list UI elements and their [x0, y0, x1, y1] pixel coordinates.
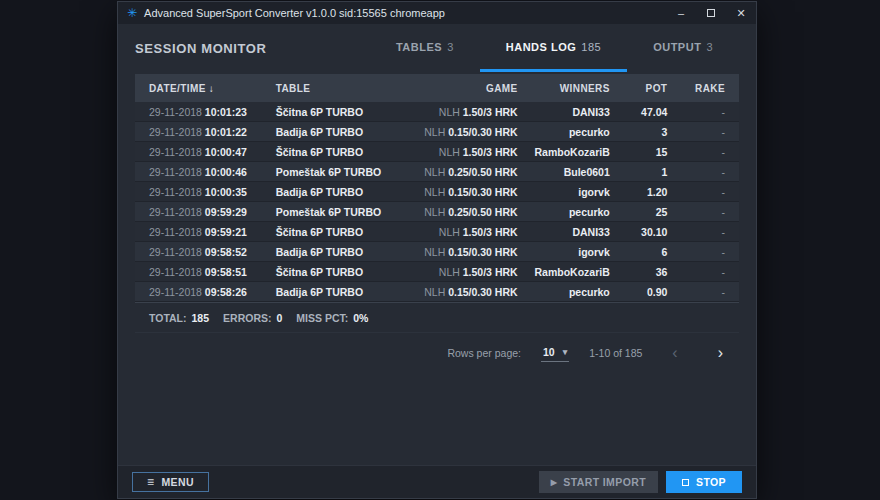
- cell-winner: igorvk: [518, 186, 610, 198]
- column-header-rake[interactable]: RAKE: [667, 83, 725, 94]
- cell-table: Badija 6P TURBO: [276, 246, 403, 258]
- row-time: 10:00:46: [205, 166, 247, 178]
- table-row[interactable]: 29-11-2018 10:00:46 Pomeštak 6P TURBO NL…: [135, 162, 739, 182]
- table-row[interactable]: 29-11-2018 09:58:51 Ščitna 6P TURBO NLH …: [135, 262, 739, 282]
- cell-table: Ščitna 6P TURBO: [276, 266, 403, 278]
- cell-datetime: 29-11-2018 10:01:22: [149, 126, 276, 138]
- rows-per-page-label: Rows per page:: [447, 347, 521, 359]
- row-time: 10:00:35: [205, 186, 247, 198]
- row-stakes: 0.25/0.50 HRK: [448, 166, 517, 178]
- hamburger-icon: ≡: [147, 476, 154, 488]
- sort-desc-icon: ↓: [209, 83, 214, 94]
- stop-button[interactable]: STOP: [666, 471, 742, 493]
- cell-game: NLH 1.50/3 HRK: [402, 106, 517, 118]
- column-header-pot[interactable]: POT: [610, 83, 668, 94]
- previous-page-button[interactable]: ‹: [662, 345, 687, 361]
- cell-pot: 6: [610, 246, 668, 258]
- table-body: 29-11-2018 10:01:23 Ščitna 6P TURBO NLH …: [135, 102, 739, 302]
- cell-pot: 1.20: [610, 186, 668, 198]
- column-header-datetime[interactable]: DATE/TIME↓: [149, 83, 276, 94]
- table-row[interactable]: 29-11-2018 09:59:29 Pomeštak 6P TURBO NL…: [135, 202, 739, 222]
- close-button[interactable]: ✕: [726, 2, 756, 24]
- cell-pot: 30.10: [610, 226, 668, 238]
- row-date: 29-11-2018: [149, 166, 202, 178]
- cell-game: NLH 1.50/3 HRK: [402, 266, 517, 278]
- column-header-table[interactable]: TABLE: [276, 83, 403, 94]
- cell-datetime: 29-11-2018 09:58:51: [149, 266, 276, 278]
- cell-game: NLH 1.50/3 HRK: [402, 146, 517, 158]
- row-stakes: 1.50/3 HRK: [463, 106, 518, 118]
- chevron-down-icon: ▾: [563, 347, 568, 357]
- cell-pot: 36: [610, 266, 668, 278]
- cell-game: NLH 0.15/0.30 HRK: [402, 286, 517, 298]
- cell-datetime: 29-11-2018 09:58:52: [149, 246, 276, 258]
- table-row[interactable]: 29-11-2018 10:01:22 Badija 6P TURBO NLH …: [135, 122, 739, 142]
- rows-per-page-select[interactable]: 10 ▾: [541, 344, 569, 362]
- minimize-button[interactable]: –: [666, 2, 696, 24]
- tab-output[interactable]: OUTPUT 3: [627, 24, 739, 72]
- tab-output-label: OUTPUT: [653, 41, 701, 53]
- cell-table: Ščitna 6P TURBO: [276, 226, 403, 238]
- menu-button[interactable]: ≡ MENU: [132, 472, 209, 492]
- title-bar: ✳ Advanced SuperSport Converter v1.0.0 s…: [118, 2, 756, 24]
- table-header: DATE/TIME↓ TABLE GAME WINNERS POT RAKE: [135, 74, 739, 102]
- row-game-type: NLH: [424, 166, 445, 178]
- row-game-type: NLH: [424, 246, 445, 258]
- row-time: 09:59:29: [205, 206, 247, 218]
- cell-winner: Bule0601: [518, 166, 610, 178]
- errors-label: ERRORS:: [223, 312, 271, 324]
- table-row[interactable]: 29-11-2018 10:01:23 Ščitna 6P TURBO NLH …: [135, 102, 739, 122]
- row-time: 09:58:52: [205, 246, 247, 258]
- next-page-button[interactable]: ›: [708, 345, 733, 361]
- tab-hands-log-count: 185: [581, 41, 601, 53]
- cell-pot: 1: [610, 166, 668, 178]
- cell-table: Badija 6P TURBO: [276, 186, 403, 198]
- cell-rake: -: [667, 266, 725, 278]
- cell-table: Ščitna 6P TURBO: [276, 146, 403, 158]
- column-header-winners[interactable]: WINNERS: [518, 83, 610, 94]
- column-datetime-label: DATE/TIME: [149, 83, 206, 94]
- cell-game: NLH 0.15/0.30 HRK: [402, 186, 517, 198]
- row-date: 29-11-2018: [149, 106, 202, 118]
- table-row[interactable]: 29-11-2018 10:00:47 Ščitna 6P TURBO NLH …: [135, 142, 739, 162]
- cell-winner: pecurko: [518, 206, 610, 218]
- maximize-button[interactable]: [696, 2, 726, 24]
- row-stakes: 1.50/3 HRK: [463, 266, 518, 278]
- row-time: 09:58:26: [205, 286, 247, 298]
- cell-winner: RamboKozariB: [518, 146, 610, 158]
- page-title: SESSION MONITOR: [135, 41, 267, 56]
- row-stakes: 1.50/3 HRK: [463, 146, 518, 158]
- start-import-button[interactable]: ▶ START IMPORT: [539, 471, 658, 493]
- row-date: 29-11-2018: [149, 286, 202, 298]
- cell-winner: RamboKozariB: [518, 266, 610, 278]
- cell-table: Pomeštak 6P TURBO: [276, 166, 403, 178]
- table-row[interactable]: 29-11-2018 09:58:52 Badija 6P TURBO NLH …: [135, 242, 739, 262]
- cell-datetime: 29-11-2018 09:58:26: [149, 286, 276, 298]
- cell-game: NLH 0.25/0.50 HRK: [402, 206, 517, 218]
- table-row[interactable]: 29-11-2018 10:00:35 Badija 6P TURBO NLH …: [135, 182, 739, 202]
- window-controls: – ✕: [666, 2, 756, 24]
- cell-table: Ščitna 6P TURBO: [276, 106, 403, 118]
- row-stakes: 0.15/0.30 HRK: [448, 126, 517, 138]
- cell-rake: -: [667, 146, 725, 158]
- row-date: 29-11-2018: [149, 186, 202, 198]
- row-game-type: NLH: [424, 186, 445, 198]
- cell-pot: 25: [610, 206, 668, 218]
- row-time: 09:59:21: [205, 226, 247, 238]
- column-header-game[interactable]: GAME: [402, 83, 517, 94]
- table-row[interactable]: 29-11-2018 09:59:21 Ščitna 6P TURBO NLH …: [135, 222, 739, 242]
- main-content: SESSION MONITOR TABLES 3 HANDS LOG 185 O…: [118, 24, 756, 498]
- cell-rake: -: [667, 126, 725, 138]
- total-value: 185: [192, 312, 210, 324]
- tab-hands-log[interactable]: HANDS LOG 185: [480, 24, 627, 72]
- table-row[interactable]: 29-11-2018 09:58:26 Badija 6P TURBO NLH …: [135, 282, 739, 302]
- tab-tables[interactable]: TABLES 3: [370, 24, 480, 72]
- row-stakes: 0.15/0.30 HRK: [448, 246, 517, 258]
- cell-table: Badija 6P TURBO: [276, 286, 403, 298]
- row-time: 10:01:22: [205, 126, 247, 138]
- row-time: 09:58:51: [205, 266, 247, 278]
- header-row: SESSION MONITOR TABLES 3 HANDS LOG 185 O…: [118, 24, 756, 72]
- cell-datetime: 29-11-2018 10:00:47: [149, 146, 276, 158]
- cell-rake: -: [667, 206, 725, 218]
- cell-rake: -: [667, 246, 725, 258]
